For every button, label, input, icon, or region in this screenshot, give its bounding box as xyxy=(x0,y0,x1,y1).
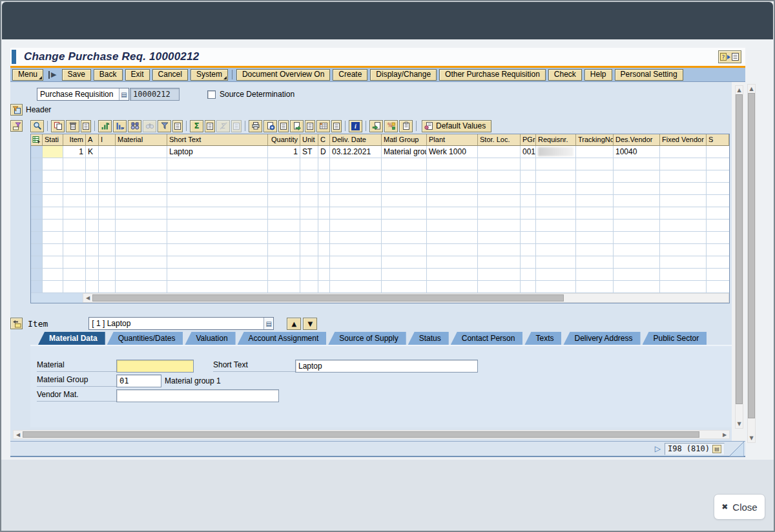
create-button[interactable]: Create xyxy=(333,69,367,81)
other-purchase-requisition-button[interactable]: Other Purchase Requisition xyxy=(439,69,546,81)
column-header-s[interactable]: S xyxy=(707,134,729,146)
column-header-stor-loc[interactable]: Stor. Loc. xyxy=(478,134,521,146)
column-header-status[interactable]: Stati xyxy=(43,134,63,146)
status-list-icon[interactable]: ▤ xyxy=(712,445,721,453)
layout-icon[interactable] xyxy=(316,120,330,132)
cell-item[interactable]: 1 xyxy=(63,146,86,158)
table-row-empty[interactable] xyxy=(31,195,729,207)
column-header-quantity[interactable]: Quantity xyxy=(268,134,300,146)
scrollbar-thumb[interactable] xyxy=(736,94,743,404)
print-icon[interactable] xyxy=(249,120,262,132)
scrollbar-thumb[interactable] xyxy=(92,294,564,302)
tab-status[interactable]: Status xyxy=(408,332,449,345)
table-horizontal-scrollbar[interactable]: ◀ xyxy=(83,293,729,303)
screen-vertical-scrollbar[interactable]: ▲ ▼ xyxy=(735,85,743,429)
cell-des-vendor[interactable]: 10040 xyxy=(614,146,660,158)
row-selector-cell[interactable] xyxy=(31,256,43,269)
back-button[interactable]: Back xyxy=(94,69,123,81)
tab-texts[interactable]: Texts xyxy=(524,332,561,345)
document-overview-button[interactable]: Document Overview On xyxy=(236,69,330,81)
row-selector-cell[interactable] xyxy=(31,281,43,293)
row-selector-cell[interactable] xyxy=(31,183,43,195)
outer-vertical-scrollbar[interactable]: ▲ ▼ xyxy=(747,84,756,443)
combo-list-icon[interactable]: ▤ xyxy=(264,318,273,329)
cell-a[interactable]: K xyxy=(86,146,99,158)
check-button[interactable]: Check xyxy=(548,69,582,81)
cell-pgr[interactable]: 001 xyxy=(521,146,536,158)
subtotal-menu-icon[interactable] xyxy=(231,120,242,132)
cell-requisnr[interactable] xyxy=(536,146,576,158)
row-selector-cell[interactable] xyxy=(31,244,43,256)
column-header-a[interactable]: A xyxy=(86,134,99,146)
tab-delivery-address[interactable]: Delivery Address xyxy=(563,332,640,345)
system-status-field[interactable]: I98 (810) ▤ xyxy=(665,443,725,455)
tab-public-sector[interactable]: Public Sector xyxy=(643,332,707,345)
expand-header-icon[interactable] xyxy=(10,104,23,116)
status-expand-icon[interactable]: ▷ xyxy=(655,444,661,453)
cell-matl-group[interactable]: Material group xyxy=(382,146,427,158)
screen-horizontal-scrollbar[interactable]: ◀ ▶ xyxy=(13,430,730,439)
combo-list-icon[interactable]: ▤ xyxy=(119,88,129,100)
scroll-up-icon[interactable]: ▲ xyxy=(748,85,755,93)
column-header-material[interactable]: Material xyxy=(116,134,167,146)
column-header-matl-group[interactable]: Matl Group xyxy=(382,134,427,146)
delete-icon[interactable] xyxy=(66,120,79,132)
tab-quantities-dates[interactable]: Quantities/Dates xyxy=(107,332,183,345)
tab-valuation[interactable]: Valuation xyxy=(185,332,235,345)
collapse-items-icon[interactable] xyxy=(10,120,23,132)
insert-line-icon[interactable] xyxy=(81,120,91,132)
column-header-i[interactable]: I xyxy=(99,134,116,146)
next-item-icon[interactable]: ▼ xyxy=(303,318,317,330)
column-header-requisnr[interactable]: Requisnr. xyxy=(536,134,576,146)
scroll-left-icon[interactable]: ◀ xyxy=(83,294,92,302)
vendor-mat-field[interactable] xyxy=(116,389,279,402)
collapse-item-detail-icon[interactable] xyxy=(10,318,23,329)
subtotal-icon[interactable]: Σ xyxy=(216,120,230,132)
column-header-deliv-date[interactable]: Deliv. Date xyxy=(330,134,382,146)
system-button[interactable]: System xyxy=(191,69,228,81)
row-selector-cell[interactable] xyxy=(31,220,43,232)
save-button[interactable]: Save xyxy=(62,69,91,81)
material-group-field[interactable]: 01 xyxy=(116,374,161,387)
table-row-empty[interactable] xyxy=(31,183,729,195)
tab-material-data[interactable]: Material Data xyxy=(38,332,105,345)
export-menu-icon[interactable] xyxy=(305,120,315,132)
source-determination-checkbox[interactable] xyxy=(207,90,216,99)
column-header-fixed-vendor[interactable]: Fixed Vendor xyxy=(660,134,707,146)
column-header-unit[interactable]: Unit xyxy=(300,134,318,146)
sum-icon[interactable]: Σ xyxy=(190,120,203,132)
column-header-pgr[interactable]: PGr xyxy=(521,134,536,146)
column-header-trackingno[interactable]: TrackingNo xyxy=(576,134,614,146)
cell-c[interactable]: D xyxy=(318,146,330,158)
scroll-left-icon[interactable]: ◀ xyxy=(14,431,23,438)
row-selector-cell[interactable] xyxy=(31,207,43,220)
scrollbar-thumb[interactable] xyxy=(748,93,755,418)
default-values-button[interactable]: Default Values xyxy=(422,120,491,132)
resize-grip[interactable] xyxy=(728,442,744,456)
table-row-empty[interactable] xyxy=(31,170,729,183)
scroll-up-icon[interactable]: ▲ xyxy=(736,86,743,94)
column-header-short-text[interactable]: Short Text xyxy=(167,134,268,146)
cell-material[interactable] xyxy=(116,146,167,158)
scroll-down-icon[interactable]: ▼ xyxy=(748,434,755,442)
tab-contact-person[interactable]: Contact Person xyxy=(451,332,523,345)
filter-menu-icon[interactable] xyxy=(172,120,183,132)
filter-icon[interactable] xyxy=(158,120,171,132)
row-selector-cell[interactable] xyxy=(31,158,43,170)
scrollbar-thumb[interactable] xyxy=(23,431,699,438)
info-icon[interactable]: i xyxy=(349,120,362,132)
table-row-empty[interactable] xyxy=(31,269,729,281)
cell-quantity[interactable]: 1 xyxy=(268,146,300,158)
tab-source-of-supply[interactable]: Source of Supply xyxy=(328,332,406,345)
table-row-empty[interactable] xyxy=(31,244,729,256)
views-menu-icon[interactable] xyxy=(278,120,289,132)
export-icon[interactable] xyxy=(290,120,304,132)
cell-unit[interactable]: ST xyxy=(300,146,318,158)
column-header-des-vendor[interactable]: Des.Vendor xyxy=(614,134,660,146)
menu-button[interactable]: Menu xyxy=(12,69,43,81)
close-button[interactable]: ✖ Close xyxy=(714,494,765,520)
table-row-empty[interactable] xyxy=(31,220,729,232)
copy-icon[interactable] xyxy=(51,120,65,132)
scroll-right-icon[interactable]: ▶ xyxy=(720,431,729,438)
table-row-empty[interactable] xyxy=(31,158,729,170)
